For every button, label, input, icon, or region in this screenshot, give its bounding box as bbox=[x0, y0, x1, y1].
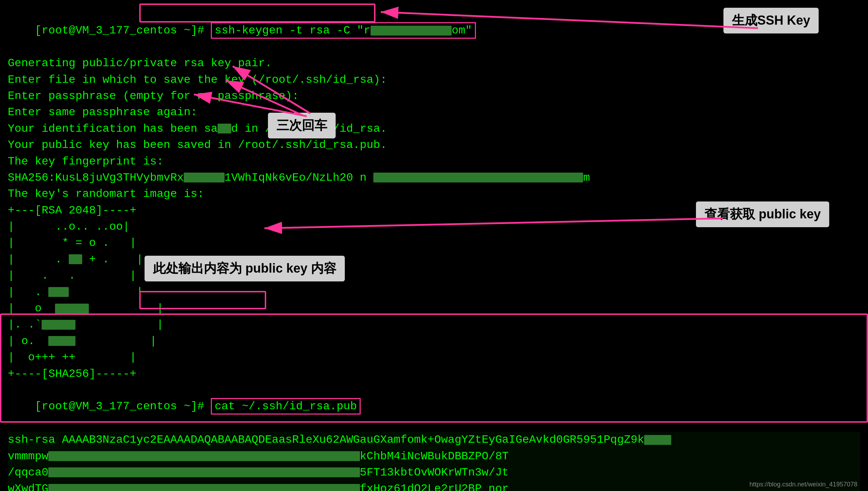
prompt-cat: [root@VM_3_177_centos ~]# bbox=[35, 400, 211, 413]
terminal-line-10: The key's randomart image is: bbox=[8, 186, 860, 202]
pubkey-line-1: ssh-rsa AAAAB3NzaC1yc2EAAAADAQABAABAQDEa… bbox=[8, 432, 860, 448]
redacted-9a bbox=[184, 173, 224, 182]
annotation-pubkey-content-text: 此处输出内容为 public key 内容 bbox=[153, 261, 336, 275]
terminal-line-7: Your public key has been saved in /root/… bbox=[8, 137, 860, 153]
annotation-view-pubkey-text: 查看获取 public key bbox=[704, 207, 821, 221]
terminal-line-cat: [root@VM_3_177_centos ~]# cat ~/.ssh/id_… bbox=[8, 382, 860, 431]
annotation-three-enter: 三次回车 bbox=[268, 113, 336, 138]
cmd-highlight-cat: cat ~/.ssh/id_rsa.pub bbox=[211, 398, 361, 415]
randomart-2: | * = o . | bbox=[8, 235, 860, 251]
pubkey-line-4: wXwdTG fxHoz61dQ2Le2rU2BP nor bbox=[8, 481, 860, 491]
randomart-6: | o | bbox=[8, 300, 860, 317]
red-art-5 bbox=[48, 287, 69, 297]
prompt-1: [root@VM_3_177_centos ~]# bbox=[35, 24, 211, 37]
annotation-pubkey-content: 此处输出内容为 public key 内容 bbox=[145, 256, 345, 281]
redacted-6 bbox=[218, 124, 231, 133]
annotation-generate-ssh-text: 生成SSH Key bbox=[732, 13, 810, 27]
red-art-8 bbox=[48, 336, 75, 346]
red-pk2a bbox=[48, 451, 360, 461]
red-art-6 bbox=[55, 304, 89, 313]
redacted-1 bbox=[371, 26, 452, 36]
annotation-three-enter-text: 三次回车 bbox=[276, 118, 327, 132]
randomart-7: |. .` | bbox=[8, 317, 860, 333]
terminal-line-6: Your identification has been sa d in /ro… bbox=[8, 121, 860, 137]
red-art-3 bbox=[69, 254, 82, 264]
terminal-line-2: Generating public/private rsa key pair. bbox=[8, 55, 860, 72]
cmd-highlight-1: ssh-keygen -t rsa -C "r om" bbox=[211, 22, 476, 39]
terminal-line-9: SHA256:KusL8juVg3THVybmvRx 1VWhIqNk6vEo/… bbox=[8, 170, 860, 186]
redacted-9b bbox=[373, 173, 583, 182]
terminal-line-4: Enter passphrase (empty for no passphras… bbox=[8, 88, 860, 104]
randomart-bottom: +----[SHA256]-----+ bbox=[8, 366, 860, 382]
randomart-3: | . + . | bbox=[8, 251, 860, 268]
randomart-4: | . . | bbox=[8, 268, 860, 284]
randomart-5: | . | bbox=[8, 284, 860, 300]
cmd-text-1a: ssh-keygen -t rsa -C "r bbox=[215, 24, 371, 37]
annotation-generate-ssh: 生成SSH Key bbox=[723, 8, 819, 33]
cmd-text-1b: om" bbox=[452, 24, 472, 37]
pubkey-line-2: vmmmpw kChbM4iNcWBukDBBZPO/8T bbox=[8, 448, 860, 465]
randomart-9: | o+++ ++ | bbox=[8, 349, 860, 366]
red-art-7 bbox=[42, 320, 75, 330]
red-pk4 bbox=[48, 484, 360, 491]
red-pk1 bbox=[644, 435, 671, 445]
pubkey-line-3: /qqca0 5FT13kbtOvWOKrWTn3w/Jt bbox=[8, 465, 860, 481]
red-pk3 bbox=[48, 467, 360, 477]
terminal-line-5: Enter same passphrase again: bbox=[8, 104, 860, 120]
watermark-url: https://blog.csdn.net/weixin_41957078 bbox=[750, 481, 857, 488]
annotation-view-pubkey: 查看获取 public key bbox=[696, 201, 829, 227]
terminal-line-8: The key fingerprint is: bbox=[8, 154, 860, 170]
randomart-8: | o. | bbox=[8, 333, 860, 349]
terminal-line-3: Enter file in which to save the key (/ro… bbox=[8, 72, 860, 88]
terminal-window: [root@VM_3_177_centos ~]# ssh-keygen -t … bbox=[0, 0, 868, 491]
